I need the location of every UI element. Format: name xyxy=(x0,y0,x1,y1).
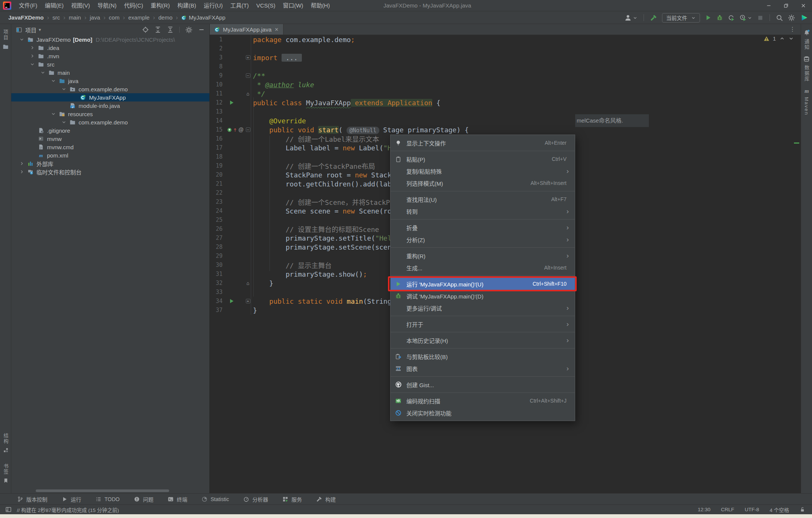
context-menu-item-折叠[interactable]: 折叠› xyxy=(391,221,575,233)
tree-item-src[interactable]: src xyxy=(11,60,209,68)
menu-工具(T)[interactable]: 工具(T) xyxy=(226,2,252,9)
menu-文件(F)[interactable]: 文件(F) xyxy=(15,2,41,9)
breadcrumb-item[interactable]: src xyxy=(53,14,60,21)
fold-collapse-icon[interactable]: − xyxy=(246,73,250,78)
minimize-panel-icon[interactable] xyxy=(198,26,205,33)
context-menu-item-本地历史记录(H)[interactable]: 本地历史记录(H)› xyxy=(391,334,575,346)
context-menu-item-打开于[interactable]: 打开于› xyxy=(391,318,575,330)
toolwindow-button-终端[interactable]: 终端 xyxy=(168,495,187,503)
toolwindow-button-构建[interactable]: 构建 xyxy=(316,495,336,503)
breadcrumb-item[interactable]: MyJavaFXApp xyxy=(181,14,226,21)
toolwindow-button-Statistic[interactable]: Statistic xyxy=(201,496,229,502)
context-menu-item-分析(Z)[interactable]: 分析(Z)› xyxy=(391,233,575,245)
minimize-button[interactable] xyxy=(760,0,777,11)
tree-item-resources[interactable]: resources xyxy=(11,110,209,118)
chevron-down-icon[interactable] xyxy=(59,86,69,92)
chevron-down-icon[interactable] xyxy=(59,120,69,125)
user-account-button[interactable] xyxy=(624,14,638,21)
fold-expand-icon[interactable]: + xyxy=(246,55,250,60)
context-menu-item-重构(R)[interactable]: 重构(R)› xyxy=(391,250,575,262)
tree-item-com.example.demo[interactable]: com.example.demo xyxy=(11,85,209,93)
context-menu-item-编码规约扫描[interactable]: 编码规约扫描Ctrl+Alt+Shift+J xyxy=(391,395,575,407)
fold-expand-icon[interactable]: + xyxy=(246,299,250,303)
stripe-button-数据库[interactable]: 数据库 xyxy=(803,56,810,82)
tree-item-mvnw[interactable]: mvnw xyxy=(11,135,209,143)
tree-item-com.example.demo[interactable]: com.example.demo xyxy=(11,118,209,126)
chevron-down-icon[interactable] xyxy=(27,62,38,67)
chevron-right-icon[interactable] xyxy=(17,169,27,174)
editor-tab[interactable]: MyJavaFXApp.java ✕ xyxy=(210,24,283,35)
tree-item-.mvn[interactable]: .mvn xyxy=(11,52,209,60)
tree-item-临时文件和控制台[interactable]: 临时文件和控制台 xyxy=(11,168,209,176)
context-menu-item-粘贴(P)[interactable]: 粘贴(P)Ctrl+V xyxy=(391,153,575,165)
breadcrumb-item[interactable]: java xyxy=(90,14,100,21)
context-menu-item-创建 Gist...[interactable]: 创建 Gist... xyxy=(391,379,575,391)
run-configuration-select[interactable]: 当前文件 xyxy=(662,13,700,23)
chevron-down-icon[interactable] xyxy=(788,36,794,41)
toolbox-icon[interactable] xyxy=(800,14,808,22)
chevron-right-icon[interactable] xyxy=(17,161,27,166)
chevron-down-icon[interactable] xyxy=(17,37,27,42)
close-icon[interactable]: ✕ xyxy=(274,27,279,32)
context-menu-item-运行 'MyJavaFXApp.main()'(U)[interactable]: 运行 'MyJavaFXApp.main()'(U)Ctrl+Shift+F10 xyxy=(391,278,575,290)
breadcrumb-item[interactable]: example xyxy=(128,14,150,21)
gear-icon[interactable] xyxy=(185,26,192,33)
fold-collapse-icon[interactable]: − xyxy=(246,127,250,132)
build-project-button[interactable] xyxy=(650,14,657,21)
search-everywhere-button[interactable] xyxy=(776,14,783,21)
run-gutter-icon[interactable] xyxy=(229,100,235,106)
locate-icon[interactable] xyxy=(142,26,149,33)
expand-all-icon[interactable] xyxy=(155,26,161,33)
status-item[interactable]: CRLF xyxy=(721,507,734,512)
breadcrumb-item[interactable]: main xyxy=(69,14,81,21)
breadcrumb-item[interactable]: JavaFXDemo xyxy=(8,14,44,21)
stripe-button-项目[interactable]: 项目 xyxy=(2,29,9,50)
tree-item-.gitignore[interactable]: .gitignore xyxy=(11,126,209,135)
tree-item-.idea[interactable]: .idea xyxy=(11,44,209,52)
context-menu-item-查找用法(U)[interactable]: 查找用法(U)Alt+F7 xyxy=(391,193,575,205)
close-button[interactable] xyxy=(795,0,812,11)
layout-icon[interactable] xyxy=(5,506,12,513)
status-item[interactable]: UTF-8 xyxy=(745,507,759,512)
context-menu-item-图表[interactable]: 图表› xyxy=(391,362,575,374)
overrides-gutter-icon[interactable]: @ xyxy=(227,127,244,133)
context-menu-item-转到[interactable]: 转到› xyxy=(391,205,575,217)
collapse-all-icon[interactable] xyxy=(167,26,174,33)
settings-button[interactable] xyxy=(788,14,795,21)
toolwindow-button-TODO[interactable]: TODO xyxy=(95,496,120,502)
menu-视图(V)[interactable]: 视图(V) xyxy=(67,2,94,9)
stripe-button-通知[interactable]: 通知 xyxy=(803,29,810,50)
breadcrumb-item[interactable]: demo xyxy=(158,14,173,21)
project-panel-title[interactable]: 项目 xyxy=(25,26,36,34)
menu-编辑(E)[interactable]: 编辑(E) xyxy=(41,2,67,9)
toolwindow-button-版本控制[interactable]: 版本控制 xyxy=(17,495,47,503)
chevron-right-icon[interactable] xyxy=(27,53,38,59)
context-menu-item-复制/粘贴特殊[interactable]: 复制/粘贴特殊› xyxy=(391,165,575,177)
toolwindow-button-运行[interactable]: 运行 xyxy=(62,495,81,503)
run-button[interactable] xyxy=(705,14,712,21)
tree-item-mvnw.cmd[interactable]: mvnw.cmd xyxy=(11,143,209,151)
status-item[interactable]: 4 个空格 xyxy=(770,506,789,513)
tree-item-pom.xml[interactable]: m pom.xml xyxy=(11,151,209,159)
menu-重构(R)[interactable]: 重构(R) xyxy=(147,2,174,9)
context-menu-item-与剪贴板比较(B)[interactable]: 与剪贴板比较(B) xyxy=(391,350,575,362)
chevron-down-icon[interactable] xyxy=(48,78,59,83)
menu-代码(C)[interactable]: 代码(C) xyxy=(120,2,147,9)
tree-item-JavaFXDemo[interactable]: JavaFXDemo[Demo]D:\IDEAProjects\JCNCProj… xyxy=(11,35,209,44)
stripe-button-Maven[interactable]: mMaven xyxy=(803,87,810,115)
chevron-up-icon[interactable] xyxy=(779,36,785,41)
chevron-down-icon[interactable] xyxy=(38,70,48,75)
status-item[interactable]: 12:30 xyxy=(698,507,710,512)
menu-运行(U)[interactable]: 运行(U) xyxy=(200,2,227,9)
stripe-button-书签[interactable]: 书签 xyxy=(2,463,9,483)
tree-item-java[interactable]: java xyxy=(11,77,209,85)
tree-item-外部库[interactable]: 外部库 xyxy=(11,159,209,168)
more-options-icon[interactable]: ⋮ xyxy=(789,26,795,33)
maximize-button[interactable] xyxy=(777,0,795,11)
menu-导航(N)[interactable]: 导航(N) xyxy=(94,2,120,9)
menu-构建(B)[interactable]: 构建(B) xyxy=(174,2,200,9)
run-gutter-icon[interactable] xyxy=(229,298,235,304)
tree-item-MyJavaFXApp[interactable]: MyJavaFXApp xyxy=(11,93,209,101)
toolwindow-button-分析器[interactable]: 分析器 xyxy=(243,495,268,503)
chevron-down-icon[interactable] xyxy=(48,111,59,117)
